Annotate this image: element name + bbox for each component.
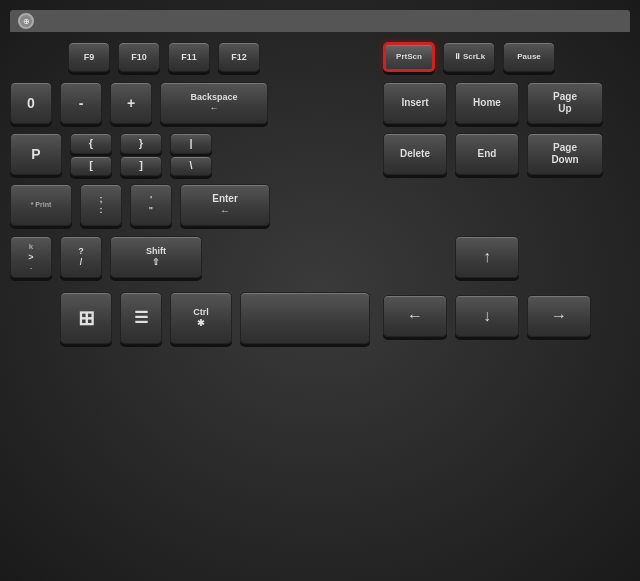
key-shift[interactable]: Shift ⇧ xyxy=(110,236,202,278)
key-pause[interactable]: Pause xyxy=(503,42,555,72)
key-home[interactable]: Home xyxy=(455,82,519,124)
key-f12[interactable]: F12 xyxy=(218,42,260,72)
key-pagedown[interactable]: Page Down xyxy=(527,133,603,175)
key-arrow-up[interactable]: ↑ xyxy=(455,236,519,278)
key-f10[interactable]: F10 xyxy=(118,42,160,72)
key-openbracket[interactable]: [ xyxy=(70,156,112,176)
key-ctrl-right[interactable]: Ctrl ✱ xyxy=(170,292,232,344)
key-arrow-left[interactable]: ← xyxy=(383,295,447,337)
key-backspace[interactable]: Backspace ← xyxy=(160,82,268,124)
key-quote[interactable]: ' " xyxy=(130,184,172,226)
key-minus[interactable]: - xyxy=(60,82,102,124)
keyboard-logo-icon: ⊕ xyxy=(18,13,34,29)
key-print[interactable]: * Print xyxy=(10,184,72,226)
key-k-left[interactable]: k > . xyxy=(10,236,52,278)
key-pipe[interactable]: | xyxy=(170,133,212,154)
key-arrow-down[interactable]: ↓ xyxy=(455,295,519,337)
key-spacebar[interactable] xyxy=(240,292,370,344)
key-slash[interactable]: ? / xyxy=(60,236,102,278)
key-prtscn[interactable]: PrtScn xyxy=(383,42,435,72)
key-closebracket[interactable]: ] xyxy=(120,156,162,176)
keyboard-top-bar: ⊕ xyxy=(10,10,630,32)
key-enter[interactable]: Enter ← xyxy=(180,184,270,226)
key-windows[interactable]: ⊞ xyxy=(60,292,112,344)
key-delete[interactable]: Delete xyxy=(383,133,447,175)
menu-icon: ☰ xyxy=(134,308,148,327)
keyboard-background: ⊕ F9 F10 F11 F12 PrtScn ⏸ ScrLk Pause 0 … xyxy=(0,0,640,581)
key-0[interactable]: 0 xyxy=(10,82,52,124)
windows-icon: ⊞ xyxy=(78,306,95,330)
key-end[interactable]: End xyxy=(455,133,519,175)
key-p[interactable]: P xyxy=(10,133,62,175)
key-arrow-right[interactable]: → xyxy=(527,295,591,337)
key-pageup[interactable]: Page Up xyxy=(527,82,603,124)
key-backslash[interactable]: \ xyxy=(170,156,212,176)
key-insert[interactable]: Insert xyxy=(383,82,447,124)
key-plus[interactable]: + xyxy=(110,82,152,124)
key-semicolon[interactable]: ; : xyxy=(80,184,122,226)
scrlk-icon: ⏸ xyxy=(453,52,461,62)
key-scrlk[interactable]: ⏸ ScrLk xyxy=(443,42,495,72)
key-menu[interactable]: ☰ xyxy=(120,292,162,344)
key-f9[interactable]: F9 xyxy=(68,42,110,72)
key-f11[interactable]: F11 xyxy=(168,42,210,72)
key-closebrace[interactable]: } xyxy=(120,133,162,154)
key-openbrace[interactable]: { xyxy=(70,133,112,154)
